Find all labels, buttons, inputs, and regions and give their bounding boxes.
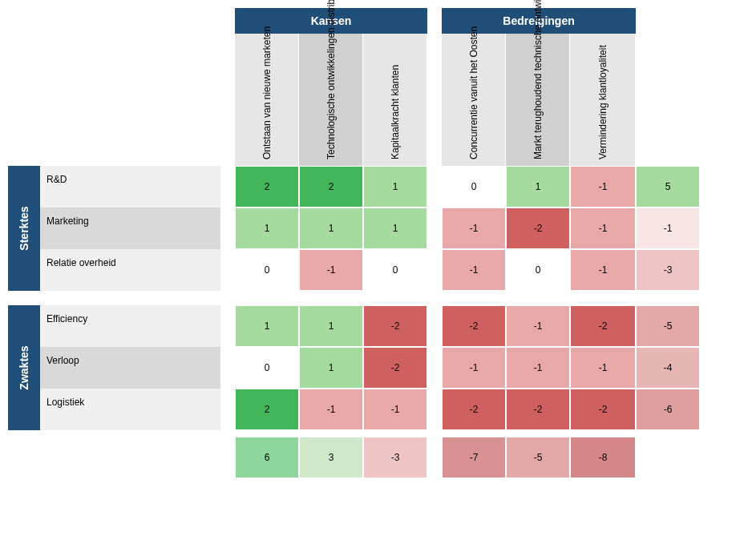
cell: 2 — [299, 166, 363, 208]
col-header: Concurrentie vanuit het Oosten — [442, 34, 506, 166]
col-sum-cell: -7 — [442, 437, 506, 478]
col-sum-cell: -8 — [570, 437, 636, 478]
col-header: Kapitaalkracht klanten — [363, 34, 427, 166]
gap-row — [8, 291, 700, 305]
cell: -1 — [506, 347, 570, 389]
col-sum-cell: 6 — [235, 437, 299, 478]
gap — [220, 249, 235, 291]
col-sum-cell: -3 — [363, 437, 427, 478]
row-sum-cell: -3 — [636, 249, 700, 291]
cell: 0 — [235, 249, 299, 291]
cell: -2 — [363, 347, 427, 389]
row-sum-cell: -6 — [636, 389, 700, 430]
row-sum-cell: -5 — [636, 305, 700, 347]
row-label: Logistiek — [40, 389, 220, 430]
cell: -1 — [570, 208, 636, 249]
cell: 1 — [299, 208, 363, 249]
row-label: Marketing — [40, 208, 220, 249]
gap — [427, 347, 442, 389]
cell: -1 — [442, 208, 506, 249]
gap — [220, 389, 235, 430]
gap — [220, 305, 235, 347]
col-header: Markt terughoudend technische ontwikkeli… — [506, 34, 570, 166]
col-sum-cell: 3 — [299, 437, 363, 478]
cell: -2 — [363, 305, 427, 347]
row-sum-cell: 5 — [636, 166, 700, 208]
cell: 2 — [235, 166, 299, 208]
swot-matrix: Kansen Bedreigingen Ontstaan van nieuwe … — [8, 8, 748, 478]
gap — [427, 249, 442, 291]
cell: -1 — [299, 389, 363, 430]
cell: 0 — [442, 166, 506, 208]
cell: -1 — [570, 166, 636, 208]
row-group-zwaktes: Zwaktes — [8, 305, 40, 430]
gap — [427, 34, 442, 166]
spacer — [8, 34, 235, 166]
gap — [636, 437, 700, 478]
row-label: Relatie overheid — [40, 249, 220, 291]
cell: 0 — [506, 249, 570, 291]
col-sum-cell: -5 — [506, 437, 570, 478]
gap-row — [8, 430, 700, 437]
gap — [427, 166, 442, 208]
cell: -1 — [570, 347, 636, 389]
cell: -1 — [363, 389, 427, 430]
cell: -1 — [442, 249, 506, 291]
gap — [220, 347, 235, 389]
gap — [427, 437, 442, 478]
row-sum-cell: -4 — [636, 347, 700, 389]
cell: -2 — [442, 389, 506, 430]
gap — [220, 208, 235, 249]
cell: -2 — [442, 305, 506, 347]
col-header: Technologische ontwikkelingen distributi… — [299, 34, 363, 166]
cell: -2 — [570, 389, 636, 430]
gap — [427, 305, 442, 347]
cell: 1 — [299, 305, 363, 347]
cell: -1 — [506, 305, 570, 347]
col-header: Vermindering klantloyaliteit — [570, 34, 636, 166]
cell: -2 — [570, 305, 636, 347]
gap — [427, 389, 442, 430]
cell: 1 — [363, 208, 427, 249]
gap — [427, 208, 442, 249]
row-label: Efficiency — [40, 305, 220, 347]
row-group-sterktes: Sterktes — [8, 166, 40, 291]
cell: -1 — [442, 347, 506, 389]
gap — [220, 166, 235, 208]
gap — [636, 8, 700, 34]
col-header: Ontstaan van nieuwe marketen — [235, 34, 299, 166]
gap — [636, 34, 700, 166]
cell: 0 — [235, 347, 299, 389]
spacer — [8, 437, 235, 478]
cell: 1 — [506, 166, 570, 208]
cell: -1 — [570, 249, 636, 291]
cell: -1 — [299, 249, 363, 291]
row-label: R&D — [40, 166, 220, 208]
cell: 1 — [235, 305, 299, 347]
row-sum-cell: -1 — [636, 208, 700, 249]
cell: -2 — [506, 208, 570, 249]
cell: 0 — [363, 249, 427, 291]
gap — [427, 8, 442, 34]
row-label: Verloop — [40, 347, 220, 389]
cell: 1 — [363, 166, 427, 208]
cell: -2 — [506, 389, 570, 430]
matrix-title — [8, 8, 235, 34]
cell: 2 — [235, 389, 299, 430]
cell: 1 — [299, 347, 363, 389]
cell: 1 — [235, 208, 299, 249]
